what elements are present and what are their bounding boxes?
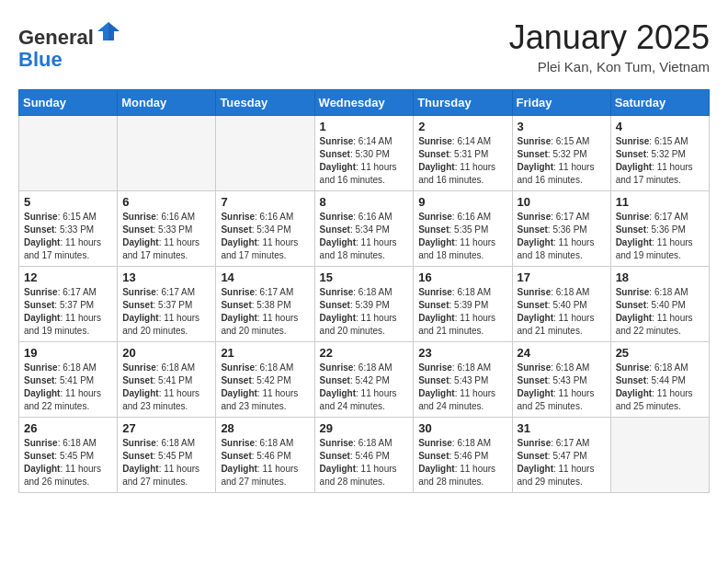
location-subtitle: Plei Kan, Kon Tum, Vietnam bbox=[509, 59, 710, 75]
day-number: 21 bbox=[221, 346, 309, 360]
day-info: Sunrise: 6:15 AMSunset: 5:33 PMDaylight:… bbox=[24, 211, 112, 262]
day-info: Sunrise: 6:17 AMSunset: 5:38 PMDaylight:… bbox=[221, 286, 309, 338]
calendar-cell: 29Sunrise: 6:18 AMSunset: 5:46 PMDayligh… bbox=[314, 418, 414, 493]
day-number: 30 bbox=[418, 421, 506, 435]
calendar-cell: 21Sunrise: 6:18 AMSunset: 5:42 PMDayligh… bbox=[216, 342, 314, 418]
logo-icon bbox=[96, 18, 121, 44]
day-info: Sunrise: 6:17 AMSunset: 5:36 PMDaylight:… bbox=[518, 211, 606, 262]
day-number: 11 bbox=[616, 195, 704, 209]
day-number: 13 bbox=[122, 270, 210, 284]
day-number: 31 bbox=[518, 421, 606, 435]
calendar-cell: 30Sunrise: 6:18 AMSunset: 5:46 PMDayligh… bbox=[414, 418, 512, 493]
day-number: 1 bbox=[320, 120, 409, 133]
title-block: January 2025 Plei Kan, Kon Tum, Vietnam bbox=[509, 18, 710, 75]
calendar-cell: 15Sunrise: 6:18 AMSunset: 5:39 PMDayligh… bbox=[314, 267, 414, 342]
calendar-cell bbox=[610, 418, 709, 493]
day-number: 17 bbox=[518, 270, 606, 284]
day-number: 27 bbox=[122, 421, 210, 435]
weekday-header: Monday bbox=[118, 90, 216, 116]
day-number: 2 bbox=[418, 120, 506, 133]
calendar-week-row: 1Sunrise: 6:14 AMSunset: 5:30 PMDaylight… bbox=[19, 116, 710, 191]
day-info: Sunrise: 6:18 AMSunset: 5:45 PMDaylight:… bbox=[122, 437, 210, 488]
day-info: Sunrise: 6:16 AMSunset: 5:33 PMDaylight:… bbox=[122, 211, 210, 262]
day-info: Sunrise: 6:17 AMSunset: 5:37 PMDaylight:… bbox=[24, 286, 112, 338]
calendar-week-row: 5Sunrise: 6:15 AMSunset: 5:33 PMDaylight… bbox=[19, 191, 710, 267]
calendar-cell: 5Sunrise: 6:15 AMSunset: 5:33 PMDaylight… bbox=[19, 191, 118, 267]
day-info: Sunrise: 6:14 AMSunset: 5:31 PMDaylight:… bbox=[418, 135, 506, 187]
day-number: 25 bbox=[616, 346, 704, 360]
day-number: 20 bbox=[122, 346, 210, 360]
day-info: Sunrise: 6:18 AMSunset: 5:46 PMDaylight:… bbox=[221, 437, 309, 488]
day-number: 23 bbox=[418, 346, 506, 360]
calendar-week-row: 19Sunrise: 6:18 AMSunset: 5:41 PMDayligh… bbox=[19, 342, 710, 418]
calendar-cell: 10Sunrise: 6:17 AMSunset: 5:36 PMDayligh… bbox=[512, 191, 610, 267]
day-info: Sunrise: 6:18 AMSunset: 5:45 PMDaylight:… bbox=[24, 437, 112, 488]
svg-marker-1 bbox=[108, 22, 119, 40]
calendar-table: SundayMondayTuesdayWednesdayThursdayFrid… bbox=[18, 89, 710, 493]
calendar-cell: 27Sunrise: 6:18 AMSunset: 5:45 PMDayligh… bbox=[118, 418, 216, 493]
calendar-cell: 12Sunrise: 6:17 AMSunset: 5:37 PMDayligh… bbox=[19, 267, 118, 342]
day-number: 26 bbox=[24, 421, 112, 435]
day-number: 28 bbox=[221, 421, 309, 435]
calendar-cell: 1Sunrise: 6:14 AMSunset: 5:30 PMDaylight… bbox=[314, 116, 414, 191]
logo-general-text: General bbox=[18, 26, 94, 49]
calendar-cell: 16Sunrise: 6:18 AMSunset: 5:39 PMDayligh… bbox=[414, 267, 512, 342]
day-number: 3 bbox=[518, 120, 606, 133]
day-number: 6 bbox=[122, 195, 210, 209]
calendar-cell: 25Sunrise: 6:18 AMSunset: 5:44 PMDayligh… bbox=[610, 342, 709, 418]
calendar-cell: 13Sunrise: 6:17 AMSunset: 5:37 PMDayligh… bbox=[118, 267, 216, 342]
calendar-cell: 8Sunrise: 6:16 AMSunset: 5:34 PMDaylight… bbox=[314, 191, 414, 267]
weekday-header: Saturday bbox=[610, 90, 709, 116]
weekday-header: Thursday bbox=[414, 90, 512, 116]
calendar-cell: 28Sunrise: 6:18 AMSunset: 5:46 PMDayligh… bbox=[216, 418, 314, 493]
calendar-week-row: 12Sunrise: 6:17 AMSunset: 5:37 PMDayligh… bbox=[19, 267, 710, 342]
day-number: 8 bbox=[320, 195, 409, 209]
day-info: Sunrise: 6:16 AMSunset: 5:34 PMDaylight:… bbox=[320, 211, 409, 262]
calendar-cell: 11Sunrise: 6:17 AMSunset: 5:36 PMDayligh… bbox=[610, 191, 709, 267]
weekday-header: Friday bbox=[512, 90, 610, 116]
calendar-cell bbox=[19, 116, 118, 191]
day-number: 24 bbox=[518, 346, 606, 360]
calendar-cell: 7Sunrise: 6:16 AMSunset: 5:34 PMDaylight… bbox=[216, 191, 314, 267]
calendar-cell: 31Sunrise: 6:17 AMSunset: 5:47 PMDayligh… bbox=[512, 418, 610, 493]
calendar-cell bbox=[118, 116, 216, 191]
day-info: Sunrise: 6:18 AMSunset: 5:40 PMDaylight:… bbox=[518, 286, 606, 338]
month-title: January 2025 bbox=[509, 18, 710, 57]
day-info: Sunrise: 6:18 AMSunset: 5:41 PMDaylight:… bbox=[24, 362, 112, 413]
day-number: 15 bbox=[320, 270, 409, 284]
weekday-header-row: SundayMondayTuesdayWednesdayThursdayFrid… bbox=[19, 90, 710, 116]
day-info: Sunrise: 6:17 AMSunset: 5:36 PMDaylight:… bbox=[616, 211, 704, 262]
day-number: 4 bbox=[616, 120, 704, 133]
logo-blue-text: Blue bbox=[18, 48, 63, 71]
day-info: Sunrise: 6:16 AMSunset: 5:35 PMDaylight:… bbox=[418, 211, 506, 262]
calendar-cell: 2Sunrise: 6:14 AMSunset: 5:31 PMDaylight… bbox=[414, 116, 512, 191]
day-number: 9 bbox=[418, 195, 506, 209]
day-info: Sunrise: 6:17 AMSunset: 5:37 PMDaylight:… bbox=[122, 286, 210, 338]
weekday-header: Wednesday bbox=[314, 90, 414, 116]
calendar-cell: 3Sunrise: 6:15 AMSunset: 5:32 PMDaylight… bbox=[512, 116, 610, 191]
calendar-cell: 14Sunrise: 6:17 AMSunset: 5:38 PMDayligh… bbox=[216, 267, 314, 342]
calendar-cell: 23Sunrise: 6:18 AMSunset: 5:43 PMDayligh… bbox=[414, 342, 512, 418]
day-info: Sunrise: 6:18 AMSunset: 5:40 PMDaylight:… bbox=[616, 286, 704, 338]
logo: General Blue bbox=[18, 18, 121, 71]
calendar-cell: 9Sunrise: 6:16 AMSunset: 5:35 PMDaylight… bbox=[414, 191, 512, 267]
day-number: 19 bbox=[24, 346, 112, 360]
day-number: 7 bbox=[221, 195, 309, 209]
day-number: 18 bbox=[616, 270, 704, 284]
day-info: Sunrise: 6:18 AMSunset: 5:42 PMDaylight:… bbox=[320, 362, 409, 413]
day-info: Sunrise: 6:18 AMSunset: 5:43 PMDaylight:… bbox=[518, 362, 606, 413]
calendar-cell: 19Sunrise: 6:18 AMSunset: 5:41 PMDayligh… bbox=[19, 342, 118, 418]
day-info: Sunrise: 6:16 AMSunset: 5:34 PMDaylight:… bbox=[221, 211, 309, 262]
day-number: 16 bbox=[418, 270, 506, 284]
calendar-cell: 22Sunrise: 6:18 AMSunset: 5:42 PMDayligh… bbox=[314, 342, 414, 418]
calendar-cell: 6Sunrise: 6:16 AMSunset: 5:33 PMDaylight… bbox=[118, 191, 216, 267]
calendar-cell: 18Sunrise: 6:18 AMSunset: 5:40 PMDayligh… bbox=[610, 267, 709, 342]
day-number: 14 bbox=[221, 270, 309, 284]
calendar-cell: 20Sunrise: 6:18 AMSunset: 5:41 PMDayligh… bbox=[118, 342, 216, 418]
day-info: Sunrise: 6:18 AMSunset: 5:39 PMDaylight:… bbox=[418, 286, 506, 338]
day-info: Sunrise: 6:18 AMSunset: 5:43 PMDaylight:… bbox=[418, 362, 506, 413]
day-info: Sunrise: 6:18 AMSunset: 5:46 PMDaylight:… bbox=[418, 437, 506, 488]
page-header: General Blue January 2025 Plei Kan, Kon … bbox=[18, 18, 710, 75]
day-info: Sunrise: 6:18 AMSunset: 5:44 PMDaylight:… bbox=[616, 362, 704, 413]
calendar-cell: 24Sunrise: 6:18 AMSunset: 5:43 PMDayligh… bbox=[512, 342, 610, 418]
